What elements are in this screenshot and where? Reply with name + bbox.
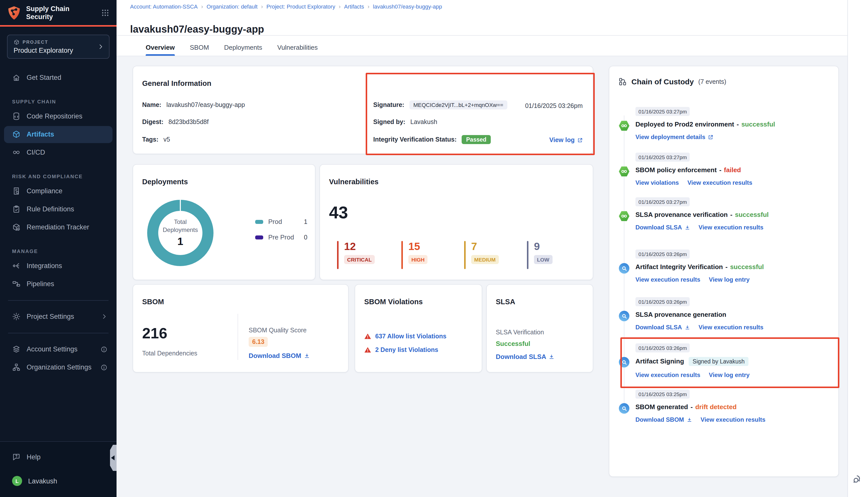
sidebar-item-organization-settings[interactable]: Organization Settings xyxy=(4,359,113,376)
tab-deployments[interactable]: Deployments xyxy=(224,39,262,56)
breadcrumb-account[interactable]: Account: Automation-SSCA xyxy=(130,3,198,10)
sidebar-item-remediation-tracker[interactable]: Remediation Tracker xyxy=(4,219,113,236)
sidebar-item-rule-definitions[interactable]: Rule Definitions xyxy=(4,201,113,218)
download-sbom-link[interactable]: Download SBOM xyxy=(249,352,310,359)
sidebar-item-pipelines[interactable]: Pipelines xyxy=(4,275,113,293)
view-execution-results-link[interactable]: View execution results xyxy=(700,416,765,423)
sidebar: Supply Chain Security PROJECT Product Ex… xyxy=(0,0,116,497)
view-deployment-details-link[interactable]: View deployment details xyxy=(635,133,713,141)
severity-critical: 12 CRITICAL xyxy=(337,241,375,269)
tab-sbom[interactable]: SBOM xyxy=(190,39,209,56)
download-slsa-link[interactable]: Download SLSA xyxy=(635,324,690,331)
sidebar-divider xyxy=(8,300,109,301)
download-slsa-link[interactable]: Download SLSA xyxy=(635,224,690,231)
breadcrumb-organization[interactable]: Organization: default xyxy=(201,3,257,10)
event-timestamp: 01/16/2025 03:27pm xyxy=(635,197,690,206)
sidebar-item-label: Project Settings xyxy=(27,313,74,321)
field-value: lavakush07/easy-buggy-app xyxy=(166,101,245,109)
field-label: Signed by: xyxy=(373,118,405,126)
deny-list-violations-link[interactable]: 2 Deny list Violations xyxy=(375,346,438,353)
sbom-total-label: Total Dependencies xyxy=(142,350,197,357)
sbom-quality-score-badge: 6.13 xyxy=(249,337,268,347)
sidebar-item-integrations[interactable]: Integrations xyxy=(4,257,113,274)
event-timestamp: 01/16/2025 03:26pm xyxy=(635,250,690,258)
user-menu[interactable]: L Lavakush xyxy=(4,472,113,489)
app-switcher-grid-icon[interactable] xyxy=(101,9,110,17)
page-header: Account: Automation-SSCA Organization: d… xyxy=(116,0,848,56)
chain-of-custody-title: Chain of Custody xyxy=(631,77,694,86)
chat-bubbles-icon[interactable] xyxy=(852,473,863,484)
view-log-entry-link[interactable]: View log entry xyxy=(709,276,750,283)
code-repository-icon xyxy=(12,112,20,121)
event-title: SBOM generated xyxy=(635,403,688,411)
gear-icon xyxy=(12,313,20,321)
sidebar-item-cicd[interactable]: CI/CD xyxy=(4,144,113,161)
tab-vulnerabilities[interactable]: Vulnerabilities xyxy=(277,39,318,56)
signature-timestamp: 01/16/2025 03:26pm xyxy=(525,102,583,110)
card-title: General Information xyxy=(142,79,211,87)
donut-center-label: Deployments xyxy=(163,226,198,234)
sidebar-item-artifacts[interactable]: Artifacts xyxy=(4,126,113,143)
signature-value[interactable]: MEQCICde2VjIT...bL+2+mqnOXw== xyxy=(409,100,507,110)
help-chat-icon xyxy=(12,453,20,461)
event-separator: - xyxy=(730,211,733,218)
event-status: drift detected xyxy=(695,403,737,411)
event-sbom-policy-enforcement: 01/16/2025 03:27pm SBOM policy enforceme… xyxy=(609,152,838,186)
org-chart-icon xyxy=(12,363,20,372)
sbom-violations-card: SBOM Violations 637 Allow list Violation… xyxy=(355,284,482,372)
sidebar-collapse-handle[interactable] xyxy=(110,445,116,471)
view-violations-link[interactable]: View violations xyxy=(635,179,679,186)
view-log-entry-link[interactable]: View log entry xyxy=(709,371,750,379)
sidebar-item-help[interactable]: Help xyxy=(4,448,113,465)
download-slsa-link[interactable]: Download SLSA xyxy=(496,353,555,360)
download-sbom-link[interactable]: Download SBOM xyxy=(635,416,692,423)
event-sbom-generated: 01/16/2025 03:25pm SBOM generated - drif… xyxy=(609,389,838,423)
integrity-status-row: Integrity Verification Status: Passed xyxy=(373,135,491,144)
event-title: Artifact Signing xyxy=(635,357,684,365)
link-label: Download SLSA xyxy=(635,324,682,331)
sidebar-item-get-started[interactable]: Get Started xyxy=(4,69,113,86)
sidebar-item-label: Remediation Tracker xyxy=(27,224,89,231)
sidebar-item-account-settings[interactable]: Account Settings xyxy=(4,341,113,358)
tab-bar: Overview SBOM Deployments Vulnerabilitie… xyxy=(146,39,318,56)
view-execution-results-link[interactable]: View execution results xyxy=(635,276,700,283)
project-selector[interactable]: PROJECT Product Exploratory xyxy=(7,34,110,59)
view-log-link[interactable]: View log xyxy=(549,137,583,144)
field-value: Lavakush xyxy=(410,118,437,126)
sidebar-item-label: Account Settings xyxy=(27,346,78,353)
allow-list-violations-link[interactable]: 637 Allow list Violations xyxy=(375,333,446,340)
download-icon xyxy=(686,417,692,423)
right-rail xyxy=(848,0,868,497)
event-separator: - xyxy=(719,166,722,174)
legend-label: Prod xyxy=(268,218,282,225)
scan-magnifier-icon xyxy=(619,263,629,274)
sidebar-item-compliance[interactable]: Compliance xyxy=(4,183,113,200)
sidebar-item-code-repositories[interactable]: Code Repositories xyxy=(4,108,113,125)
external-link-icon xyxy=(577,137,583,143)
view-execution-results-link[interactable]: View execution results xyxy=(635,371,700,379)
home-icon xyxy=(12,73,20,82)
view-execution-results-link[interactable]: View execution results xyxy=(699,224,763,231)
download-icon xyxy=(304,353,310,359)
signature-row: Signature: MEQCICde2VjIT...bL+2+mqnOXw== xyxy=(373,100,507,110)
sidebar-item-label: Integrations xyxy=(27,262,62,270)
sidebar-item-project-settings[interactable]: Project Settings xyxy=(4,308,113,325)
view-execution-results-link[interactable]: View execution results xyxy=(687,179,752,186)
breadcrumb-project[interactable]: Project: Product Exploratory xyxy=(261,3,335,10)
header-divider xyxy=(116,35,848,36)
pipelines-icon xyxy=(12,280,20,288)
breadcrumb-artifacts[interactable]: Artifacts xyxy=(339,3,364,10)
sidebar-section-supply-chain: SUPPLY CHAIN xyxy=(12,99,116,104)
cd-pipeline-icon xyxy=(619,166,629,177)
link-label: View deployment details xyxy=(635,133,705,141)
event-slsa-provenance-generation: 01/16/2025 03:26pm SLSA provenance gener… xyxy=(609,297,838,331)
sidebar-item-label: Code Repositories xyxy=(27,113,82,120)
breadcrumb-artifact-name[interactable]: lavakush07/easy-buggy-app xyxy=(367,3,442,10)
legend-label: Pre Prod xyxy=(268,233,294,241)
vulnerabilities-card: Vulnerabilities 43 12 CRITICAL 15 HIGH xyxy=(320,164,593,280)
deny-list-violations-row: 2 Deny list Violations xyxy=(364,346,438,353)
card-title: SLSA xyxy=(496,298,515,306)
tab-overview[interactable]: Overview xyxy=(146,39,175,56)
event-title: SLSA provenance generation xyxy=(635,311,726,318)
view-execution-results-link[interactable]: View execution results xyxy=(699,324,763,331)
